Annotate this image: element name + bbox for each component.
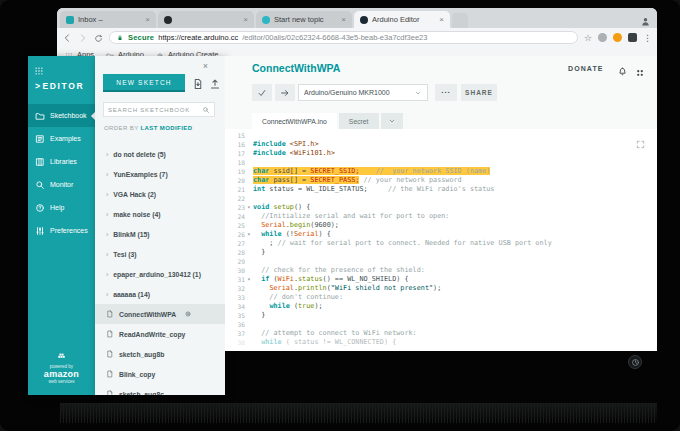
code-line-28[interactable]: 28 } bbox=[225, 248, 657, 257]
code-line-33[interactable]: 33 // don't continue: bbox=[225, 293, 657, 302]
upload-sketch-icon[interactable] bbox=[207, 76, 222, 91]
aws-logo: powered by amazon web services bbox=[28, 347, 95, 385]
sketch-item-make-noise-4-[interactable]: ›make noise (4) bbox=[95, 204, 225, 224]
chevron-right-icon[interactable]: › bbox=[106, 211, 108, 218]
browser-tab-4[interactable]: Arduino Editor× bbox=[354, 11, 450, 28]
editor-tabs: ConnectWithWPA.inoSecret bbox=[252, 113, 403, 129]
code-line-21[interactable]: 21int status = WL_IDLE_STATUS; // the Wi… bbox=[225, 185, 657, 194]
code-line-36[interactable]: 36 bbox=[225, 320, 657, 329]
sketch-file-icon bbox=[106, 370, 114, 378]
sidebar-item-help[interactable]: Help bbox=[28, 196, 95, 219]
code-line-17[interactable]: 17#include <WiFi101.h> bbox=[225, 149, 657, 158]
sketch-item-readandwrite-copy[interactable]: ReadAndWrite_copy bbox=[95, 324, 225, 344]
sidebar-item-preferences[interactable]: Preferences bbox=[28, 219, 95, 242]
sidebar-item-libraries[interactable]: Libraries bbox=[28, 150, 95, 173]
upload-button[interactable] bbox=[275, 84, 295, 101]
code-editor[interactable]: 1516#include <SPI.h>17#include <WiFi101.… bbox=[225, 129, 657, 351]
tab-close-icon[interactable]: × bbox=[341, 16, 346, 24]
order-by-row[interactable]: ORDER BY LAST MODIFIED bbox=[104, 125, 192, 131]
code-line-23[interactable]: 23▾void setup() { bbox=[225, 203, 657, 212]
sketch-item-aaaaaa-14-[interactable]: ›aaaaaa (14) bbox=[95, 284, 225, 304]
code-line-27[interactable]: 27 ; // wait for serial port to connect.… bbox=[225, 239, 657, 248]
sketch-item-do-not-delete-5-[interactable]: ›do not delete (5) bbox=[95, 144, 225, 164]
code-line-25[interactable]: 25 Serial.begin(9600); bbox=[225, 221, 657, 230]
code-line-24[interactable]: 24 //Initialize serial and wait for port… bbox=[225, 212, 657, 221]
grid-dots-icon[interactable] bbox=[635, 63, 645, 81]
chevron-right-icon[interactable]: › bbox=[106, 251, 108, 258]
forward-icon[interactable] bbox=[78, 29, 88, 47]
sketch-item-sketch-aug8c[interactable]: sketch_aug8c bbox=[95, 384, 225, 395]
sidebar-item-sketchbook[interactable]: Sketchbook bbox=[28, 104, 95, 127]
editor-tabs-menu[interactable] bbox=[381, 113, 403, 129]
code-line-37[interactable]: 37 // attempt to connect to WiFi network… bbox=[225, 329, 657, 338]
code-line-38[interactable]: 38 while ( status != WL_CONNECTED) { bbox=[225, 338, 657, 347]
import-sketch-icon[interactable] bbox=[190, 76, 205, 91]
code-line-31[interactable]: 31▾ if (WiFi.status() == WL_NO_SHIELD) { bbox=[225, 275, 657, 284]
extension-icon-3[interactable] bbox=[628, 33, 637, 42]
sketch-item-epaper-arduino-130412-1-[interactable]: ›epaper_arduino_130412 (1) bbox=[95, 264, 225, 284]
code-line-18[interactable]: 18 bbox=[225, 158, 657, 167]
sketch-item-blinkm-15-[interactable]: ›BlinkM (15) bbox=[95, 224, 225, 244]
new-sketch-button[interactable]: NEW SKETCH bbox=[103, 74, 185, 92]
tab-close-icon[interactable]: × bbox=[243, 16, 248, 24]
chevron-right-icon[interactable]: › bbox=[106, 271, 108, 278]
sidebar-item-label: Preferences bbox=[50, 227, 88, 234]
chrome-menu-icon[interactable]: ⋮ bbox=[643, 33, 652, 43]
search-sketchbook-input[interactable]: SEARCH SKETCHBOOK bbox=[103, 102, 215, 117]
code-line-22[interactable]: 22 bbox=[225, 194, 657, 203]
chevron-right-icon[interactable]: › bbox=[106, 231, 108, 238]
chevron-right-icon[interactable]: › bbox=[106, 171, 108, 178]
tab-close-icon[interactable]: × bbox=[439, 16, 444, 24]
reload-icon[interactable] bbox=[94, 29, 103, 47]
share-button[interactable]: SHARE bbox=[461, 84, 497, 101]
sketch-item-vga-hack-2-[interactable]: ›VGA Hack (2) bbox=[95, 184, 225, 204]
sketch-item-sketch-aug8b[interactable]: sketch_aug8b bbox=[95, 344, 225, 364]
sketch-item-blink-copy[interactable]: Blink_copy bbox=[95, 364, 225, 384]
address-bar[interactable]: Secure https://create.arduino.cc/editor/… bbox=[109, 31, 578, 44]
sidebar-item-examples[interactable]: Examples bbox=[28, 127, 95, 150]
board-selector[interactable]: Arduino/Genuino MKR1000 bbox=[298, 84, 428, 101]
code-line-15[interactable]: 15 bbox=[225, 131, 657, 140]
browser-tab-1[interactable]: Inbox –× bbox=[60, 11, 156, 28]
bell-icon[interactable] bbox=[617, 62, 628, 80]
line-number: 23 bbox=[225, 203, 245, 212]
code-line-32[interactable]: 32 Serial.println("WiFi shield not prese… bbox=[225, 284, 657, 293]
browser-tab-2[interactable]: × bbox=[158, 11, 254, 28]
editor-tab-connectwithwpa-ino[interactable]: ConnectWithWPA.ino bbox=[252, 113, 337, 129]
code-line-26[interactable]: 26▾ while (!Serial) { bbox=[225, 230, 657, 239]
donate-link[interactable]: DONATE bbox=[568, 65, 604, 72]
new-tab-button[interactable] bbox=[452, 13, 468, 28]
code-line-19[interactable]: 19char ssid[] = SECRET_SSID; // your net… bbox=[225, 167, 657, 176]
code-line-34[interactable]: 34 while (true); bbox=[225, 302, 657, 311]
sketch-item-tesi-3-[interactable]: ›Tesi (3) bbox=[95, 244, 225, 264]
chevron-right-icon[interactable]: › bbox=[106, 191, 108, 198]
extension-icon-1[interactable] bbox=[598, 33, 607, 42]
chevron-right-icon[interactable]: › bbox=[106, 291, 108, 298]
editor-tab-secret[interactable]: Secret bbox=[339, 113, 379, 129]
verify-button[interactable] bbox=[252, 84, 272, 101]
more-options-button[interactable]: ... bbox=[435, 84, 457, 101]
code-line-35[interactable]: 35 } bbox=[225, 311, 657, 320]
code-line-30[interactable]: 30 // check for the presence of the shie… bbox=[225, 266, 657, 275]
panel-close-icon[interactable]: × bbox=[203, 62, 218, 72]
extension-icon-2[interactable] bbox=[613, 33, 622, 42]
bookmark-star-icon[interactable]: ☆ bbox=[584, 33, 592, 43]
fullscreen-icon[interactable] bbox=[636, 135, 645, 153]
sidebar-item-monitor[interactable]: Monitor bbox=[28, 173, 95, 196]
sketch-item-yunexamples-7-[interactable]: ›YunExamples (7) bbox=[95, 164, 225, 184]
fold-marker-icon[interactable]: ▾ bbox=[245, 203, 253, 212]
fold-marker-icon[interactable]: ▾ bbox=[245, 275, 253, 284]
back-icon[interactable] bbox=[62, 29, 72, 47]
tab-close-icon[interactable]: × bbox=[145, 16, 150, 24]
apps-grid-icon[interactable] bbox=[34, 61, 44, 79]
chevron-right-icon[interactable]: › bbox=[106, 151, 108, 158]
code-line-29[interactable]: 29 bbox=[225, 257, 657, 266]
gutter-spacer bbox=[245, 194, 253, 203]
gear-icon[interactable] bbox=[184, 310, 192, 318]
code-line-20[interactable]: 20char pass[] = SECRET_PASS; // your net… bbox=[225, 176, 657, 185]
code-line-16[interactable]: 16#include <SPI.h> bbox=[225, 140, 657, 149]
browser-tab-3[interactable]: Start new topic× bbox=[256, 11, 352, 28]
line-number: 34 bbox=[225, 302, 245, 311]
sketch-item-connectwithwpa[interactable]: ConnectWithWPA bbox=[95, 304, 225, 324]
fold-marker-icon[interactable]: ▾ bbox=[245, 230, 253, 239]
